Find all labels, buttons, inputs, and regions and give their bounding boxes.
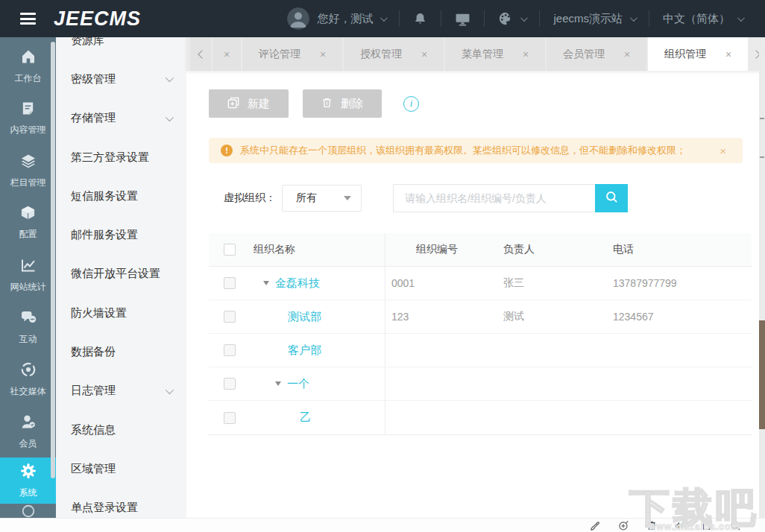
submenu-item-区域管理[interactable]: 区域管理 — [56, 449, 186, 488]
compass-plus-icon[interactable] — [618, 520, 629, 531]
sidebar-scrollbar[interactable] — [51, 42, 55, 478]
tab-bar: ×评论管理×授权管理×菜单管理×会员管理×组织管理× — [186, 37, 765, 71]
tab-授权管理[interactable]: 授权管理× — [344, 37, 444, 71]
submenu-item-label: 密级管理 — [71, 72, 116, 86]
site-selector[interactable]: jeecms演示站 — [553, 12, 635, 26]
sidebar-item-社交媒体[interactable]: 社交媒体 — [0, 353, 56, 405]
vertical-scrollbar[interactable] — [759, 37, 765, 532]
cell-owner: 测试 — [488, 300, 585, 333]
org-name-wrap: 一个 — [275, 377, 309, 391]
home-icon — [20, 48, 37, 68]
delete-button[interactable]: 删除 — [303, 89, 382, 118]
trash-icon[interactable] — [646, 520, 657, 531]
search-button[interactable] — [595, 184, 628, 212]
close-icon[interactable]: × — [523, 49, 529, 60]
sidebar-item-网站统计[interactable]: 网站统计 — [0, 249, 56, 301]
org-name-link[interactable]: 金磊科技 — [275, 276, 320, 291]
submenu-item-密级管理[interactable]: 密级管理 — [56, 60, 186, 98]
sidebar-item-工作台[interactable]: 工作台 — [0, 40, 56, 92]
sidebar-item-互动[interactable]: 互动 — [0, 301, 56, 353]
speaker-icon[interactable] — [674, 520, 685, 531]
tab-菜单管理[interactable]: 菜单管理× — [445, 37, 545, 71]
submenu-item-系统信息[interactable]: 系统信息 — [56, 411, 186, 449]
submenu-item-第三方登录设置[interactable]: 第三方登录设置 — [56, 138, 186, 177]
search-icon — [605, 190, 619, 206]
cell-owner — [488, 334, 585, 367]
scrollbar-thumb[interactable] — [759, 320, 765, 429]
submenu-item-数据备份[interactable]: 数据备份 — [56, 332, 186, 371]
cell-phone: 13787977799 — [585, 267, 752, 300]
monitor-icon[interactable] — [455, 11, 470, 27]
main-panel: ×评论管理×授权管理×菜单管理×会员管理×组织管理× 新建 删除 — [186, 37, 765, 518]
scrollbar-mark — [760, 118, 764, 119]
zoom-search-icon[interactable] — [730, 520, 741, 531]
cell-name: 金磊科技 — [209, 267, 385, 300]
close-icon[interactable]: × — [224, 49, 230, 60]
sidebar-item-会员[interactable]: 会员 — [0, 405, 56, 457]
close-icon[interactable]: × — [624, 49, 630, 60]
row-checkbox[interactable] — [224, 412, 236, 424]
org-name-link[interactable]: 客户部 — [288, 343, 321, 358]
org-name-link[interactable]: 乙 — [300, 411, 311, 425]
expand-triangle-icon[interactable] — [275, 381, 281, 386]
close-icon[interactable]: × — [421, 49, 427, 60]
submenu-item-label: 存储管理 — [71, 111, 116, 125]
column-header: 组织编号 — [385, 233, 488, 266]
theme-switcher[interactable] — [498, 11, 526, 26]
submenu-item-邮件服务设置[interactable]: 邮件服务设置 — [56, 215, 186, 254]
submenu-item-label: 日志管理 — [71, 384, 116, 398]
sidebar-item-系统[interactable]: 系统 — [0, 457, 56, 504]
content-area: 新建 删除 i ! 系统中只能存在一个顶层组织，该组织拥有最高权限。某些组织可以… — [186, 71, 765, 518]
tab-closed-stub[interactable]: × — [212, 37, 241, 71]
sidebar-item-label: 会员 — [19, 437, 37, 450]
table-row: 金磊科技0001张三13787977799 — [209, 267, 752, 300]
row-checkbox[interactable] — [224, 277, 236, 289]
submenu-item-资源库[interactable]: 资源库 — [56, 37, 186, 60]
tab-scroll-left[interactable] — [190, 37, 211, 71]
info-icon[interactable]: i — [403, 96, 419, 112]
user-menu[interactable]: 您好，测试 — [287, 7, 385, 30]
submenu-item-日志管理[interactable]: 日志管理 — [56, 372, 186, 411]
user-greeting: 您好，测试 — [317, 12, 373, 26]
hamburger-menu-icon[interactable] — [20, 10, 36, 28]
row-checkbox[interactable] — [224, 311, 236, 323]
row-checkbox[interactable] — [224, 378, 236, 390]
submenu-item-短信服务设置[interactable]: 短信服务设置 — [56, 177, 186, 215]
new-button[interactable]: 新建 — [209, 89, 289, 118]
window-restore-icon[interactable] — [702, 520, 713, 531]
org-name-link[interactable]: 测试部 — [288, 310, 321, 324]
tab-label: 授权管理 — [360, 48, 402, 61]
chevron-down-icon — [166, 74, 174, 82]
warning-icon: ! — [221, 145, 233, 156]
divider — [649, 10, 649, 27]
tab-组织管理[interactable]: 组织管理× — [648, 37, 748, 71]
submenu-item-label: 系统信息 — [71, 423, 116, 437]
submenu-item-存储管理[interactable]: 存储管理 — [56, 99, 186, 138]
close-icon[interactable]: × — [725, 49, 731, 60]
submenu-item-防火墙设置[interactable]: 防火墙设置 — [56, 294, 186, 332]
language-selector[interactable]: 中文（简体） — [663, 12, 743, 26]
alert-close-icon[interactable]: × — [720, 145, 731, 157]
sidebar-item-配置[interactable]: 配置 — [0, 197, 56, 249]
cube-icon — [20, 205, 36, 224]
row-checkbox[interactable] — [224, 344, 236, 356]
notification-bell-icon[interactable] — [413, 12, 427, 26]
tab-会员管理[interactable]: 会员管理× — [547, 37, 646, 71]
divider — [484, 10, 485, 27]
chat-icon — [20, 309, 37, 329]
org-name-link[interactable]: 一个 — [287, 377, 309, 391]
chevron-down-icon — [166, 386, 174, 394]
submenu-item-单点登录设置[interactable]: 单点登录设置 — [56, 489, 186, 518]
header-cell-name: 组织名称 — [209, 233, 385, 266]
virtual-org-dropdown[interactable]: 所有 — [282, 185, 362, 212]
close-icon[interactable]: × — [320, 49, 326, 60]
rocket-icon[interactable] — [590, 520, 601, 531]
sidebar-item-栏目管理[interactable]: 栏目管理 — [0, 145, 56, 197]
table-row: 客户部 — [209, 334, 752, 367]
sidebar-item-内容管理[interactable]: 内容管理 — [0, 92, 56, 145]
search-input[interactable] — [393, 184, 595, 212]
submenu-item-微信开放平台设置[interactable]: 微信开放平台设置 — [56, 255, 186, 294]
select-all-checkbox[interactable] — [224, 244, 236, 256]
tab-评论管理[interactable]: 评论管理× — [242, 37, 342, 71]
expand-triangle-icon[interactable] — [263, 281, 269, 285]
